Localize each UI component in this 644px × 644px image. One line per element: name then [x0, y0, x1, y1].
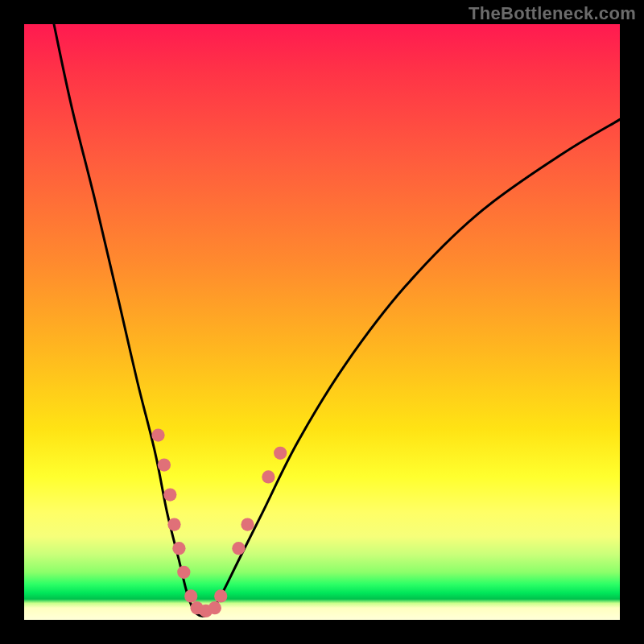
data-marker	[172, 542, 185, 555]
data-marker	[208, 601, 221, 614]
plot-area	[24, 24, 620, 620]
data-marker	[241, 518, 254, 530]
bottleneck-curve	[54, 24, 620, 617]
data-marker	[158, 458, 171, 471]
watermark-text: TheBottleneck.com	[469, 3, 636, 24]
chart-svg	[24, 24, 620, 620]
data-marker	[262, 470, 275, 483]
data-marker	[232, 542, 245, 555]
data-markers	[151, 428, 287, 617]
data-marker	[274, 447, 287, 460]
data-marker	[151, 428, 164, 441]
data-marker	[214, 589, 227, 602]
chart-stage: TheBottleneck.com	[0, 0, 644, 644]
data-marker	[177, 566, 190, 579]
data-marker	[167, 518, 180, 530]
data-marker	[184, 589, 197, 602]
data-marker	[163, 488, 176, 501]
